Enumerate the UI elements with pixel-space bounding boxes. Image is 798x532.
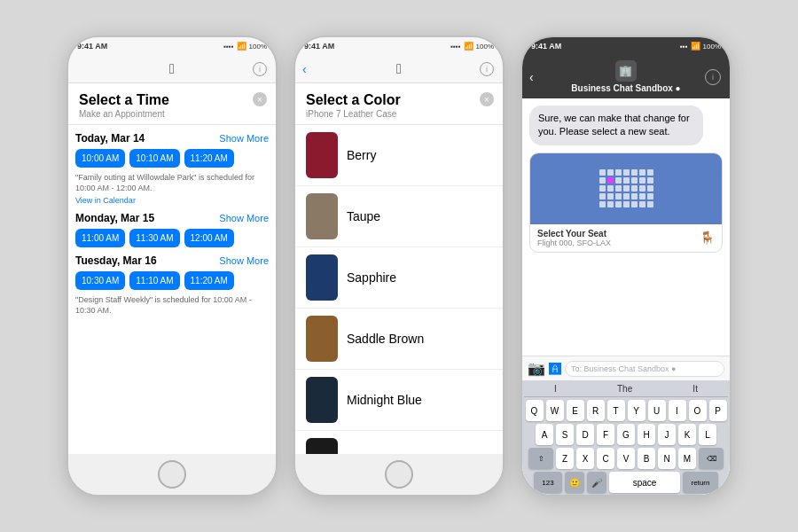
- color-item-black[interactable]: Black: [295, 431, 503, 454]
- key-b[interactable]: B: [638, 448, 655, 469]
- key-p[interactable]: P: [709, 400, 727, 421]
- seat-dot: [639, 177, 645, 184]
- wifi-icon-2: 📶: [464, 42, 473, 51]
- time-btn-1-0[interactable]: 10:00 AM: [75, 149, 125, 168]
- time-btn-1-1[interactable]: 10:10 AM: [129, 149, 179, 168]
- seat-dot: [623, 201, 630, 207]
- info-button-2[interactable]: i: [480, 62, 494, 76]
- key-e[interactable]: E: [567, 400, 584, 421]
- seat-dot: [631, 169, 638, 176]
- time-btn-2-0[interactable]: 11:00 AM: [75, 229, 125, 247]
- seat-dot: [607, 185, 614, 192]
- chat-name: Business Chat Sandbox ●: [571, 83, 680, 93]
- key-j[interactable]: J: [658, 424, 676, 445]
- key-q[interactable]: Q: [526, 400, 544, 421]
- key-w[interactable]: W: [546, 400, 564, 421]
- key-x[interactable]: X: [576, 448, 594, 469]
- info-button-1[interactable]: i: [253, 62, 267, 76]
- key-space[interactable]: space: [609, 472, 680, 493]
- time-btn-2-2[interactable]: 12:00 AM: [184, 229, 234, 247]
- home-button-1[interactable]: [158, 460, 186, 489]
- key-r[interactable]: R: [587, 400, 605, 421]
- key-o[interactable]: O: [689, 400, 707, 421]
- day-header-3: Tuesday, Mar 16 Show More: [75, 254, 269, 267]
- seat-dot: [615, 201, 622, 207]
- key-h[interactable]: H: [638, 424, 655, 445]
- time-btn-3-2[interactable]: 11:20 AM: [184, 271, 234, 290]
- color-name-berry: Berry: [347, 148, 376, 162]
- signal-icon-3: ▪▪▪: [680, 43, 688, 51]
- key-g[interactable]: G: [617, 424, 635, 445]
- day-label-2: Monday, Mar 15: [75, 212, 154, 224]
- key-t[interactable]: T: [607, 400, 625, 421]
- key-delete[interactable]: ⌫: [699, 448, 724, 469]
- status-bar-3: 9:41 AM ▪▪▪ 📶 100%: [522, 37, 730, 55]
- seat-dot: [623, 177, 630, 184]
- color-name-taupe: Taupe: [347, 209, 380, 223]
- key-mic[interactable]: 🎤: [587, 472, 606, 493]
- key-s[interactable]: S: [556, 424, 574, 445]
- seat-dot-selected: [607, 177, 614, 184]
- app-store-icon[interactable]: 🅰: [549, 362, 561, 376]
- color-swatch-black: [306, 438, 338, 454]
- suggestion-it[interactable]: It: [692, 384, 698, 394]
- key-d[interactable]: D: [576, 424, 594, 445]
- key-z[interactable]: Z: [556, 448, 574, 469]
- seat-dot: [623, 185, 630, 192]
- info-button-3[interactable]: i: [705, 69, 721, 85]
- key-c[interactable]: C: [597, 448, 614, 469]
- color-item-saddle-brown[interactable]: Saddle Brown: [295, 309, 503, 370]
- key-i[interactable]: I: [669, 400, 686, 421]
- seat-dot: [607, 169, 614, 176]
- key-k[interactable]: K: [678, 424, 696, 445]
- color-item-taupe[interactable]: Taupe: [295, 186, 503, 247]
- camera-icon[interactable]: 📷: [528, 360, 545, 377]
- key-emoji[interactable]: 🙂: [565, 472, 584, 493]
- wifi-icon-1: 📶: [237, 42, 246, 51]
- color-item-sapphire[interactable]: Sapphire: [295, 247, 503, 309]
- key-v[interactable]: V: [617, 448, 635, 469]
- suggestion-the[interactable]: The: [617, 384, 632, 394]
- key-n[interactable]: N: [658, 448, 676, 469]
- color-picker-subtitle: iPhone 7 Leather Case: [306, 109, 492, 119]
- key-a[interactable]: A: [536, 424, 553, 445]
- key-return[interactable]: return: [683, 472, 718, 493]
- color-item-midnight-blue[interactable]: Midnight Blue: [295, 370, 503, 431]
- key-123[interactable]: 123: [534, 472, 562, 493]
- keyboard-area: I The It Q W E R T Y U I O P A S D F: [522, 380, 730, 495]
- time-btn-1-2[interactable]: 11:20 AM: [184, 149, 234, 168]
- time-btn-3-1[interactable]: 11:10 AM: [129, 271, 179, 290]
- key-y[interactable]: Y: [628, 400, 645, 421]
- close-button-2[interactable]: ×: [480, 92, 494, 106]
- back-button-2[interactable]: ‹: [302, 62, 307, 76]
- back-button-3[interactable]: ‹: [529, 70, 534, 84]
- key-u[interactable]: U: [648, 400, 666, 421]
- color-item-berry[interactable]: Berry: [295, 125, 503, 186]
- day-label-1: Today, Mar 14: [75, 132, 145, 145]
- key-m[interactable]: M: [678, 448, 696, 469]
- chat-input-field[interactable]: To: Business Chat Sandbox ●: [565, 361, 724, 377]
- time-btn-3-0[interactable]: 10:30 AM: [75, 271, 125, 290]
- key-l[interactable]: L: [699, 424, 716, 445]
- status-icons-1: ▪▪▪▪ 📶 100%: [223, 42, 267, 51]
- show-more-3[interactable]: Show More: [219, 255, 269, 266]
- close-button-1[interactable]: ×: [253, 92, 267, 106]
- show-more-2[interactable]: Show More: [219, 213, 269, 223]
- home-button-2[interactable]: [385, 460, 413, 489]
- key-f[interactable]: F: [597, 424, 614, 445]
- battery-1: 100%: [249, 43, 267, 51]
- home-button-area-1: [68, 454, 276, 495]
- day-section-3: Tuesday, Mar 16 Show More 10:30 AM 11:10…: [75, 254, 269, 316]
- suggestion-i[interactable]: I: [554, 384, 557, 394]
- cal-link-1[interactable]: View in Calendar: [75, 196, 269, 205]
- time-picker-title: Select a Time: [79, 92, 265, 108]
- seat-grid: [599, 169, 653, 207]
- day-header-2: Monday, Mar 15 Show More: [75, 212, 269, 224]
- key-shift[interactable]: ⇧: [528, 448, 553, 469]
- seat-selection-card[interactable]: Select Your Seat Flight 000, SFO-LAX 🪑: [529, 153, 723, 253]
- show-more-1[interactable]: Show More: [219, 133, 269, 144]
- seat-dot: [607, 193, 614, 200]
- status-icons-2: ▪▪▪▪ 📶 100%: [450, 42, 494, 51]
- time-btn-2-1[interactable]: 11:30 AM: [129, 229, 179, 247]
- keyboard-bottom-row: 123 🙂 🎤 space return: [524, 472, 728, 493]
